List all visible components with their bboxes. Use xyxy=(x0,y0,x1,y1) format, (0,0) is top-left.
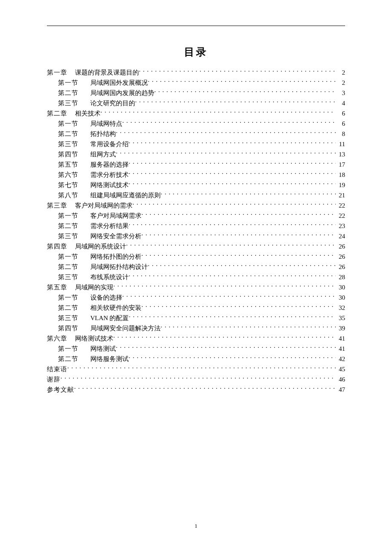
toc-entry: 第五章局域网的实现30 xyxy=(47,282,345,292)
toc-entry-title: 网络服务测试 xyxy=(90,354,129,364)
section-label: 第三节 xyxy=(58,313,78,323)
dot-leader xyxy=(161,324,336,330)
toc-page-number: 30 xyxy=(336,292,345,303)
toc-entry-title: 组网方式 xyxy=(90,149,116,159)
toc-entry: 第三章客户对局域网的需求22 xyxy=(47,200,345,211)
dot-leader xyxy=(74,385,336,392)
section-label: 第五节 xyxy=(58,159,78,170)
toc-entry: 结束语45 xyxy=(47,364,345,374)
dot-leader xyxy=(129,181,336,187)
toc-entry: 第三节常用设备介绍11 xyxy=(47,139,345,149)
toc-page-number: 42 xyxy=(336,354,345,364)
toc-page-number: 24 xyxy=(336,231,345,241)
toc-entry: 第二节网络服务测试42 xyxy=(47,354,345,364)
toc-page-number: 21 xyxy=(336,190,345,200)
chapter-label: 第三章 xyxy=(47,200,67,211)
dot-leader xyxy=(101,109,336,116)
toc-entry-title: 局域网国内发展的趋势 xyxy=(90,88,154,98)
chapter-label: 参考文献 xyxy=(47,384,74,395)
toc-entry-title: 局域网的系统设计 xyxy=(75,241,126,251)
dot-leader xyxy=(135,99,336,105)
toc-entry: 第一节网络测试41 xyxy=(47,344,345,354)
toc-entry: 第二节需求分析结果23 xyxy=(47,221,345,231)
dot-leader xyxy=(129,171,336,177)
section-label: 第一节 xyxy=(58,211,78,221)
toc-page-number: 32 xyxy=(336,303,345,313)
section-label: 第二节 xyxy=(58,354,78,364)
toc-entry-title: 局域网的实现 xyxy=(75,282,113,292)
toc-page-number: 35 xyxy=(336,313,345,323)
toc-entry: 第一节局域网国外发展概况2 xyxy=(47,78,345,88)
chapter-label: 第六章 xyxy=(47,333,67,344)
toc-page-number: 41 xyxy=(336,344,345,354)
toc-entry: 第一节网络拓扑图的分析26 xyxy=(47,251,345,262)
toc-page-number: 45 xyxy=(336,364,345,374)
section-label: 第八节 xyxy=(58,190,78,200)
toc-entry-title: 客户对局域网需求 xyxy=(90,211,141,221)
toc-page-number: 39 xyxy=(336,323,345,333)
toc-page-number: 28 xyxy=(336,272,345,282)
toc-page-number: 8 xyxy=(336,129,345,139)
toc-entry-title: 布线系统设计 xyxy=(90,272,129,282)
toc-page-number: 30 xyxy=(336,282,345,292)
section-label: 第一节 xyxy=(58,251,78,262)
toc-page-number: 41 xyxy=(336,333,345,344)
dot-leader xyxy=(122,119,336,126)
dot-leader xyxy=(141,232,336,238)
section-label: 第一节 xyxy=(58,292,78,303)
toc-entry-title: 相关软硬件的安装 xyxy=(90,303,141,313)
dot-leader xyxy=(67,365,336,371)
toc-entry: 第二节相关软硬件的安装32 xyxy=(47,303,345,313)
toc-page-number: 26 xyxy=(336,262,345,272)
dot-leader xyxy=(141,304,336,310)
toc-list: 第一章课题的背景及课题目的2第一节局域网国外发展概况2第二节局域网国内发展的趋势… xyxy=(47,67,345,395)
toc-page-number: 26 xyxy=(336,241,345,251)
dot-leader xyxy=(113,334,336,341)
toc-entry-title: 局域网国外发展概况 xyxy=(90,78,148,88)
toc-entry: 第三节VLAN 的配置35 xyxy=(47,313,345,323)
section-label: 第二节 xyxy=(58,262,78,272)
dot-leader xyxy=(154,89,336,95)
toc-page-number: 18 xyxy=(336,170,345,180)
toc-entry-title: 常用设备介绍 xyxy=(90,139,129,149)
toc-entry: 第二节拓扑结构8 xyxy=(47,129,345,139)
toc-entry-title: 局域网拓扑结构设计 xyxy=(90,262,148,272)
section-label: 第三节 xyxy=(58,139,78,149)
toc-page-number: 19 xyxy=(336,180,345,190)
toc-entry-title: VLAN 的配置 xyxy=(90,313,129,323)
section-label: 第一节 xyxy=(58,78,78,88)
toc-entry-title: 局域网特点 xyxy=(90,119,122,129)
toc-entry-title: 网络测试技术 xyxy=(75,333,113,344)
toc-entry: 谢辞46 xyxy=(47,374,345,384)
toc-entry-title: 相关技术 xyxy=(75,108,101,119)
toc-entry: 第三节网络安全需求分析24 xyxy=(47,231,345,241)
chapter-label: 第一章 xyxy=(47,67,67,78)
toc-page-number: 2 xyxy=(336,78,345,88)
toc-entry: 第四节局域网安全问题解决方法39 xyxy=(47,323,345,333)
toc-entry: 第四章局域网的系统设计26 xyxy=(47,241,345,251)
section-label: 第四节 xyxy=(58,323,78,333)
toc-entry-title: 需求分析技术 xyxy=(90,170,129,180)
toc-entry-title: 服务器的选择 xyxy=(90,159,129,170)
dot-leader xyxy=(129,222,336,228)
toc-entry: 参考文献47 xyxy=(47,384,345,395)
dot-leader xyxy=(129,355,336,361)
toc-entry: 第七节网络测试技术19 xyxy=(47,180,345,190)
toc-entry: 第一节设备的选择30 xyxy=(47,292,345,303)
dot-leader xyxy=(148,78,336,85)
toc-entry: 第二章相关技术6 xyxy=(47,108,345,119)
toc-entry: 第一节局域网特点6 xyxy=(47,119,345,129)
toc-page-number: 23 xyxy=(336,221,345,231)
section-label: 第二节 xyxy=(58,88,78,98)
toc-page-number: 47 xyxy=(336,384,345,395)
chapter-label: 第四章 xyxy=(47,241,67,251)
toc-page-number: 11 xyxy=(336,139,345,149)
section-label: 第二节 xyxy=(58,303,78,313)
toc-page-number: 13 xyxy=(336,149,345,159)
toc-page-number: 46 xyxy=(336,374,345,384)
toc-entry: 第六节需求分析技术18 xyxy=(47,170,345,180)
section-label: 第一节 xyxy=(58,344,78,354)
dot-leader xyxy=(141,252,336,259)
dot-leader xyxy=(113,283,336,289)
toc-page-number: 6 xyxy=(336,108,345,119)
